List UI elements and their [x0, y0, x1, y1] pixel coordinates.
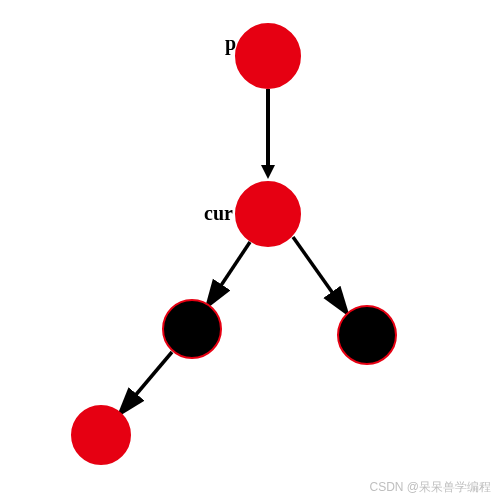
watermark: CSDN @呆呆兽学编程 — [369, 479, 491, 496]
svg-line-2 — [123, 352, 172, 410]
node-right-child — [337, 305, 397, 365]
node-leaf — [71, 405, 131, 465]
svg-line-0 — [210, 242, 250, 302]
node-left-child — [162, 299, 222, 359]
node-cur — [235, 181, 301, 247]
edge-p-cur — [266, 89, 270, 167]
label-p: p — [225, 32, 236, 55]
label-cur: cur — [204, 202, 233, 225]
node-p — [235, 23, 301, 89]
svg-line-1 — [293, 237, 344, 309]
arrowhead-p-cur — [261, 165, 275, 179]
